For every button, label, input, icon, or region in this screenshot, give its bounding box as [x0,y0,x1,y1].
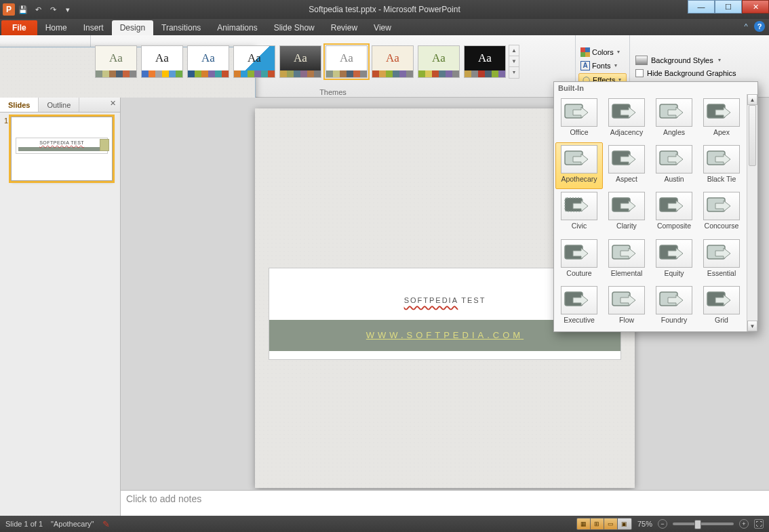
effect-label: Essential [707,269,736,277]
tab-design[interactable]: Design [112,20,153,35]
background-styles-button[interactable]: Background Styles▾ [635,56,764,65]
effect-grid[interactable]: Grid [698,283,745,330]
effect-thumb-icon [656,192,692,220]
effect-elemental[interactable]: Elemental [603,237,650,283]
effect-label: Couture [566,269,591,277]
effect-equity[interactable]: Equity [650,237,698,283]
panel-close-icon[interactable]: ✕ [106,98,120,112]
effect-clarity[interactable]: Clarity [603,189,650,236]
effect-thumb-icon [561,192,597,220]
effect-thumb-icon [608,98,645,127]
effect-label: Concourse [705,222,739,230]
tab-review[interactable]: Review [323,20,366,35]
slideshow-view-button[interactable]: ▣ [618,518,631,529]
effect-thumb-icon [608,192,645,220]
effect-label: Apothecary [561,175,597,183]
effect-couture[interactable]: Couture [555,237,603,283]
theme-thumb-6[interactable]: Aa [372,45,414,78]
effect-black-tie[interactable]: Black Tie [698,142,745,189]
checkbox-icon [635,69,644,77]
fit-window-button[interactable]: ⛶ [754,519,764,529]
tab-animations[interactable]: Animations [209,20,265,35]
effect-thumb-icon [608,286,645,314]
effect-thumb-icon [656,239,692,268]
effect-essential[interactable]: Essential [698,237,745,283]
theme-thumb-5[interactable]: Aa [326,45,368,78]
effect-thumb-icon [656,145,692,173]
zoom-in-button[interactable]: + [739,519,749,529]
theme-gallery-scroll: ▲ ▼ ▾ [509,45,519,79]
tab-outline-panel[interactable]: Outline [39,98,79,112]
theme-thumb-4[interactable]: Aa [279,45,321,78]
app-icon[interactable]: P [3,3,15,16]
redo-button[interactable]: ↷ [46,3,60,16]
effect-label: Flow [619,316,634,324]
theme-thumb-7[interactable]: Aa [418,45,460,78]
notes-pane[interactable]: Click to add notes [121,490,769,516]
effect-thumb-icon [703,192,740,220]
theme-scroll-down[interactable]: ▼ [509,56,519,67]
slide-url-link[interactable]: WWW.SOFTPEDIA.COM [366,330,524,340]
effect-apothecary[interactable]: Apothecary [555,142,603,189]
spellcheck-icon[interactable]: ✎ [102,519,110,529]
effect-austin[interactable]: Austin [650,142,698,189]
view-buttons: ▦ ⊞ ▭ ▣ [576,518,632,530]
theme-thumb-1[interactable]: Aa [141,45,183,78]
minimize-ribbon-icon[interactable]: ^ [741,21,751,32]
theme-thumb-3[interactable]: Aa [233,45,275,78]
sorter-view-button[interactable]: ⊞ [591,518,604,529]
scroll-thumb[interactable] [749,105,756,166]
zoom-percent[interactable]: 75% [637,520,652,528]
normal-view-button[interactable]: ▦ [577,518,591,529]
qat-customize-button[interactable]: ▾ [61,3,75,16]
effect-foundry[interactable]: Foundry [650,283,698,330]
help-icon[interactable]: ? [754,21,765,32]
effect-adjacency[interactable]: Adjacency [603,96,650,142]
tab-slides-panel[interactable]: Slides [0,98,39,112]
fonts-icon: A [580,61,590,70]
scroll-up-icon[interactable]: ▲ [747,94,757,105]
theme-thumb-0[interactable]: Aa [95,45,137,78]
theme-gallery-expand[interactable]: ▾ [509,67,519,78]
colors-button[interactable]: Colors▾ [578,46,627,58]
undo-button[interactable]: ↶ [31,3,45,16]
theme-thumb-2[interactable]: Aa [187,45,229,78]
slide-thumbnail[interactable]: 1 SOFTPEDIA TEST [4,117,116,181]
slides-panel-tabs: Slides Outline ✕ [0,98,120,112]
effect-civic[interactable]: Civic [555,189,603,236]
fonts-button[interactable]: A Fonts▾ [578,60,627,72]
tab-insert[interactable]: Insert [75,20,112,35]
effect-concourse[interactable]: Concourse [698,189,745,236]
effect-label: Austin [664,175,684,183]
zoom-slider[interactable] [673,523,734,525]
reading-view-button[interactable]: ▭ [604,518,618,529]
effects-scrollbar[interactable]: ▲ ▼ [747,94,757,331]
effect-apex[interactable]: Apex [698,96,745,142]
file-tab[interactable]: File [1,20,37,35]
maximize-button[interactable]: ☐ [715,0,742,14]
theme-thumb-8[interactable]: Aa [464,45,506,78]
effect-composite[interactable]: Composite [650,189,698,236]
tab-transitions[interactable]: Transitions [153,20,209,35]
tab-home[interactable]: Home [37,20,75,35]
window-controls: — ☐ ✕ [688,0,769,14]
effect-aspect[interactable]: Aspect [603,142,650,189]
zoom-out-button[interactable]: − [658,519,667,529]
minimize-button[interactable]: — [688,0,715,14]
effect-executive[interactable]: Executive [555,283,603,330]
effect-flow[interactable]: Flow [603,283,650,330]
effect-thumb-icon [656,98,692,127]
scroll-down-icon[interactable]: ▼ [747,321,757,331]
save-button[interactable]: 💾 [16,3,30,16]
effect-label: Clarity [616,222,637,230]
effect-office[interactable]: Office [555,96,603,142]
hide-bg-checkbox[interactable]: Hide Background Graphics [635,69,764,77]
effect-angles[interactable]: Angles [650,96,698,142]
title-bar: P 💾 ↶ ↷ ▾ Softpedia test.pptx - Microsof… [0,0,769,19]
close-button[interactable]: ✕ [742,0,769,14]
effect-thumb-icon [703,286,740,314]
tab-slideshow[interactable]: Slide Show [266,20,323,35]
tab-view[interactable]: View [366,20,399,35]
theme-scroll-up[interactable]: ▲ [509,45,519,56]
slide-counter: Slide 1 of 1 [5,520,43,528]
